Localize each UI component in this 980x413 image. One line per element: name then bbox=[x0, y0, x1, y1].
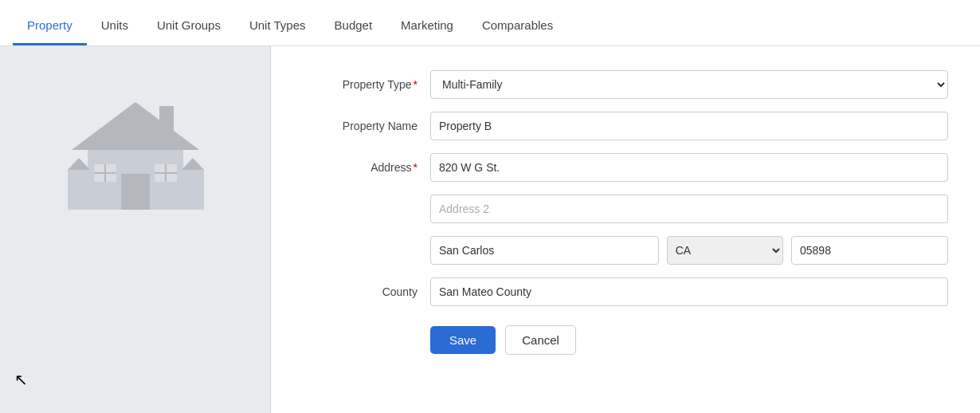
cancel-button[interactable]: Cancel bbox=[505, 325, 576, 355]
address-input[interactable] bbox=[430, 153, 948, 182]
state-select[interactable]: ALAKAZARCACOCTDEFLGAHIIDILINIAKSKYLAMEMD… bbox=[667, 236, 783, 265]
svg-marker-11 bbox=[68, 158, 90, 170]
property-name-row: Property Name bbox=[303, 112, 948, 140]
left-panel bbox=[0, 46, 271, 413]
svg-marker-13 bbox=[182, 158, 204, 170]
tab-property[interactable]: Property bbox=[13, 7, 87, 45]
address-row: Address* bbox=[303, 153, 948, 182]
tab-budget[interactable]: Budget bbox=[320, 7, 387, 45]
address2-row bbox=[303, 195, 948, 223]
county-row: County bbox=[303, 277, 948, 306]
city-input[interactable] bbox=[430, 236, 659, 265]
property-type-row: Property Type* Multi-FamilySingle Family… bbox=[303, 70, 948, 99]
tab-unit-types[interactable]: Unit Types bbox=[235, 7, 320, 45]
county-input[interactable] bbox=[430, 277, 948, 306]
svg-rect-9 bbox=[159, 106, 174, 134]
address-label: Address* bbox=[303, 161, 430, 174]
property-type-label: Property Type* bbox=[303, 78, 430, 91]
svg-rect-12 bbox=[182, 170, 204, 210]
property-name-input[interactable] bbox=[430, 112, 948, 140]
main-content: Property Type* Multi-FamilySingle Family… bbox=[0, 46, 980, 413]
tab-unit-groups[interactable]: Unit Groups bbox=[143, 7, 235, 45]
svg-rect-2 bbox=[121, 174, 150, 210]
svg-rect-10 bbox=[68, 170, 90, 210]
save-button[interactable]: Save bbox=[430, 326, 496, 354]
tab-bar: Property Units Unit Groups Unit Types Bu… bbox=[0, 0, 980, 46]
tab-comparables[interactable]: Comparables bbox=[468, 7, 567, 45]
property-name-label: Property Name bbox=[303, 120, 430, 132]
tab-marketing[interactable]: Marketing bbox=[386, 7, 468, 45]
zip-input[interactable] bbox=[791, 236, 948, 265]
property-type-select[interactable]: Multi-FamilySingle FamilyCommercialMixed… bbox=[430, 70, 948, 99]
svg-marker-1 bbox=[72, 102, 199, 150]
address2-input[interactable] bbox=[430, 195, 948, 223]
button-row: Save Cancel bbox=[303, 325, 948, 355]
county-label: County bbox=[303, 285, 430, 298]
tab-units[interactable]: Units bbox=[87, 7, 143, 45]
form-panel: Property Type* Multi-FamilySingle Family… bbox=[271, 46, 980, 413]
property-icon bbox=[64, 94, 207, 216]
address-required-star: * bbox=[414, 161, 417, 174]
required-star: * bbox=[414, 78, 417, 91]
city-state-zip-row: ALAKAZARCACOCTDEFLGAHIIDILINIAKSKYLAMEMD… bbox=[303, 236, 948, 265]
